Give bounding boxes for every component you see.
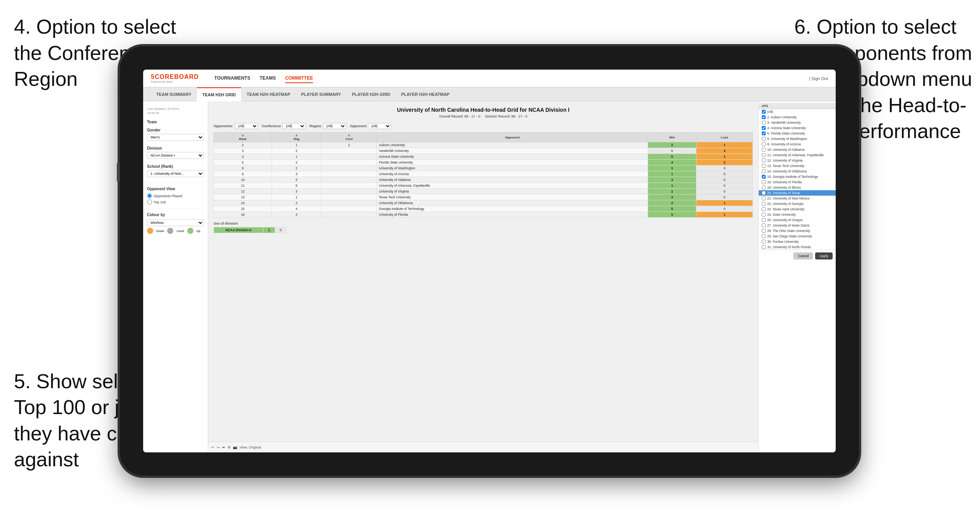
cell-rank: 3: [214, 148, 272, 154]
list-item-checkbox[interactable]: [762, 207, 766, 211]
list-item[interactable]: 23. Texas A&M University: [759, 206, 836, 212]
cell-loss: 4: [696, 148, 753, 154]
list-item[interactable]: 13. Texas Tech University: [759, 163, 836, 169]
toolbar-undo[interactable]: ↩: [211, 445, 214, 449]
radio-opponents-played[interactable]: Opponents Played: [147, 193, 204, 198]
filter-conference-select[interactable]: (All): [282, 123, 306, 129]
list-item[interactable]: 11. University of Arkansas, Fayetteville: [759, 152, 836, 158]
list-item-checkbox[interactable]: [762, 213, 766, 217]
list-item-label: 18. University of Illinois: [767, 186, 801, 189]
sub-nav-player-heatmap[interactable]: PLAYER H2H HEATMAP: [396, 87, 455, 101]
list-item-checkbox[interactable]: [762, 153, 766, 157]
filter-region-select[interactable]: (All): [323, 123, 346, 129]
cell-opponent: University of Oklahoma: [377, 200, 648, 206]
list-item-checkbox[interactable]: [762, 121, 766, 125]
list-item[interactable]: 27. University of Notre Dame: [759, 223, 836, 228]
cell-win: 3: [648, 194, 696, 200]
toolbar-camera[interactable]: 📷: [233, 445, 237, 449]
list-item-checkbox[interactable]: [762, 223, 766, 227]
out-of-div-label-cell: NCAA Division II: [214, 227, 263, 233]
cell-opponent: University of Virginia: [377, 189, 648, 194]
list-item-checkbox[interactable]: [762, 159, 766, 162]
cell-win: 1: [648, 171, 696, 177]
list-item[interactable]: (All): [759, 109, 836, 114]
list-item[interactable]: 20. University of Texas: [759, 190, 836, 196]
list-item[interactable]: 15. Georgia Institute of Technology: [759, 174, 836, 179]
list-item-checkbox[interactable]: [762, 245, 766, 249]
list-item-checkbox[interactable]: [762, 169, 766, 173]
list-item-checkbox[interactable]: [762, 196, 766, 200]
toolbar-view: View: Original: [239, 445, 261, 449]
list-item-checkbox[interactable]: [762, 218, 766, 222]
list-item[interactable]: 21. University of New Mexico: [759, 196, 836, 201]
list-item[interactable]: 31. University of North Florida: [759, 244, 836, 250]
sub-nav-team-summary[interactable]: TEAM SUMMARY: [151, 87, 197, 101]
list-item-checkbox[interactable]: [762, 148, 766, 152]
toolbar-back[interactable]: ⬅: [222, 445, 225, 449]
list-item-checkbox[interactable]: [762, 142, 766, 146]
list-item[interactable]: 12. University of Virginia: [759, 158, 836, 163]
list-item-label: 24. Duke University: [767, 213, 796, 217]
cell-win: 2: [648, 142, 696, 148]
cell-rag: 4: [272, 206, 321, 212]
sub-nav-h2h-heatmap[interactable]: TEAM H2H HEATMAP: [241, 87, 296, 101]
sidebar-division-select[interactable]: NCAA Division I: [147, 152, 204, 159]
list-item[interactable]: 5. Florida State University: [759, 131, 836, 136]
list-item-checkbox[interactable]: [762, 234, 766, 238]
sub-nav-h2h-grid[interactable]: TEAM H2H GRID: [197, 87, 241, 101]
list-item[interactable]: 10. University of Alabama: [759, 147, 836, 152]
colour-by-select[interactable]: Win/loss: [147, 219, 204, 226]
list-item[interactable]: 16. University of Florida: [759, 179, 836, 185]
table-row: 3 2 Vanderbilt University 0 4: [214, 148, 753, 154]
list-item[interactable]: 22. University of Georgia: [759, 201, 836, 206]
apply-button[interactable]: Apply: [815, 252, 833, 259]
nav-teams[interactable]: TEAMS: [260, 74, 276, 83]
list-item-checkbox[interactable]: [762, 191, 766, 195]
tablet-side-button[interactable]: [117, 162, 120, 182]
cell-conf: [322, 183, 377, 189]
toolbar-redo[interactable]: ↪: [217, 445, 220, 449]
list-item-checkbox[interactable]: [762, 186, 766, 189]
list-item[interactable]: 18. University of Illinois: [759, 185, 836, 190]
list-item[interactable]: 3. Vanderbilt University: [759, 120, 836, 125]
list-item[interactable]: 4. Arizona State University: [759, 125, 836, 131]
list-item-checkbox[interactable]: [762, 110, 766, 114]
sub-nav-player-summary[interactable]: PLAYER SUMMARY: [296, 87, 346, 101]
table-row: 9 3 University of Arizona 1 0: [214, 171, 753, 177]
list-item-checkbox[interactable]: [762, 175, 766, 179]
list-item-checkbox[interactable]: [762, 240, 766, 244]
list-item-checkbox[interactable]: [762, 126, 766, 130]
list-item-checkbox[interactable]: [762, 164, 766, 168]
list-item[interactable]: 2. Auburn University: [759, 114, 836, 120]
sidebar-school-select[interactable]: 1. University of Nort...: [147, 170, 204, 177]
list-item-checkbox[interactable]: [762, 202, 766, 206]
list-item[interactable]: 25. University of Oregon: [759, 217, 836, 223]
list-item[interactable]: 28. The Ohio State University: [759, 228, 836, 234]
list-item[interactable]: 29. San Diego State University: [759, 234, 836, 239]
cell-rank: 14: [214, 200, 272, 206]
cancel-button[interactable]: Cancel: [794, 252, 813, 259]
list-item[interactable]: 14. University of Oklahoma: [759, 169, 836, 174]
list-item[interactable]: 30. Purdue University: [759, 239, 836, 244]
list-item[interactable]: 8. University of Arizona: [759, 142, 836, 147]
list-item[interactable]: 6. University of Washington: [759, 136, 836, 142]
toolbar-options[interactable]: ⚙: [227, 445, 231, 449]
list-item-checkbox[interactable]: [762, 137, 766, 141]
nav-sign-out[interactable]: | Sign Out: [809, 76, 828, 81]
nav-tournaments[interactable]: TOURNAMENTS: [214, 74, 250, 83]
nav-committee[interactable]: COMMITTEE: [285, 74, 313, 83]
list-item-checkbox[interactable]: [762, 229, 766, 233]
sidebar-division-label: Division: [147, 146, 204, 150]
list-item[interactable]: 24. Duke University: [759, 212, 836, 217]
col-win: Win: [648, 133, 696, 142]
cell-opponent: Texas Tech University: [377, 194, 648, 200]
list-item-checkbox[interactable]: [762, 131, 766, 135]
list-item-checkbox[interactable]: [762, 115, 766, 119]
cell-conf: [322, 212, 377, 218]
filter-opponents-select[interactable]: (All): [235, 123, 258, 129]
sub-nav-player-h2h-grid[interactable]: PLAYER H2H GRID: [346, 87, 395, 101]
list-item-checkbox[interactable]: [762, 180, 766, 184]
sidebar-gender-select[interactable]: Men's: [147, 134, 204, 141]
filter-opponent-select[interactable]: (All): [368, 123, 391, 129]
radio-top100[interactable]: Top 100: [147, 200, 204, 205]
